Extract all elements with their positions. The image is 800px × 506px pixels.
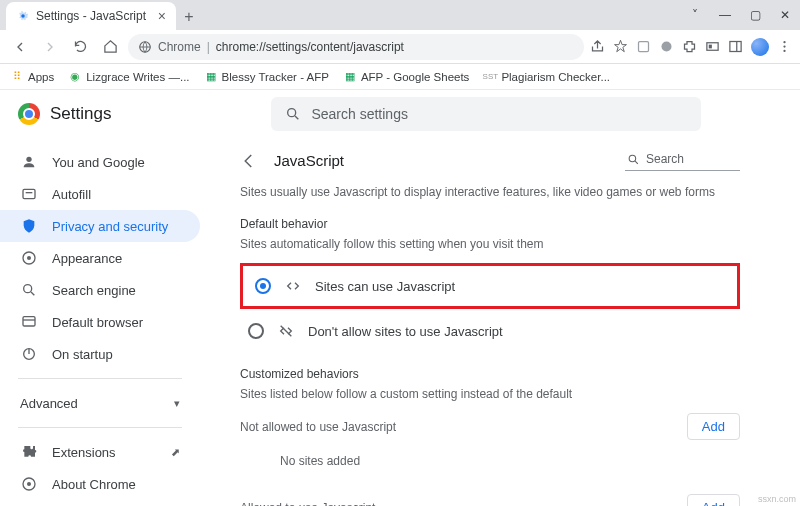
svg-rect-20: [23, 317, 35, 326]
site-info-icon[interactable]: [138, 40, 152, 54]
radio-checked-icon: [255, 278, 271, 294]
person-icon: [20, 154, 38, 170]
highlighted-option: Sites can use Javascript: [240, 263, 740, 309]
reload-button[interactable]: [68, 35, 92, 59]
chevron-down-icon: ▾: [174, 397, 180, 410]
url-scheme: Chrome: [158, 40, 201, 54]
puzzle-icon: [20, 444, 38, 460]
section-subtext: Sites automatically follow this setting …: [240, 237, 740, 251]
divider: [18, 427, 182, 428]
sidebar-item-you-and-google[interactable]: You and Google: [0, 146, 200, 178]
tab-title: Settings - JavaScript: [36, 9, 146, 23]
sidebar-item-advanced[interactable]: Advanced▾: [0, 387, 200, 419]
add-allowed-button[interactable]: Add: [687, 494, 740, 506]
sidebar-item-extensions[interactable]: Extensions⬈: [0, 436, 200, 468]
divider: [18, 378, 182, 379]
search-icon: [627, 153, 640, 166]
svg-rect-5: [709, 45, 712, 49]
back-arrow-button[interactable]: [240, 152, 258, 170]
radio-option-allow-js[interactable]: Sites can use Javascript: [247, 268, 733, 304]
minimize-button[interactable]: —: [710, 0, 740, 30]
section-heading: Customized behaviors: [240, 367, 740, 381]
external-link-icon: ⬈: [171, 446, 180, 459]
menu-dots-icon[interactable]: [777, 39, 792, 54]
svg-point-10: [783, 50, 785, 52]
sidebar-item-autofill[interactable]: Autofill: [0, 178, 200, 210]
side-panel-icon[interactable]: [728, 39, 743, 54]
reading-list-icon[interactable]: [705, 39, 720, 54]
local-search-input[interactable]: Search: [625, 150, 740, 171]
address-bar[interactable]: Chrome | chrome://settings/content/javas…: [128, 34, 584, 60]
settings-sidebar: You and Google Autofill Privacy and secu…: [0, 138, 200, 506]
browser-icon: [20, 314, 38, 330]
bookmark-item[interactable]: SSTPlagiarism Checker...: [483, 70, 610, 84]
bookmark-item[interactable]: ⠿Apps: [10, 70, 54, 84]
share-icon[interactable]: [590, 39, 605, 54]
code-icon: [285, 278, 301, 294]
chrome-icon: [20, 476, 38, 492]
description-text: Sites usually use Javascript to display …: [240, 185, 740, 199]
section-subtext: Sites listed below follow a custom setti…: [240, 387, 740, 401]
site-icon: ◉: [68, 70, 82, 84]
apps-icon: ⠿: [10, 70, 24, 84]
sidebar-item-default-browser[interactable]: Default browser: [0, 306, 200, 338]
settings-header: Settings Search settings: [0, 90, 800, 138]
svg-rect-4: [707, 43, 718, 51]
close-tab-icon[interactable]: ×: [158, 8, 166, 24]
svg-point-8: [783, 41, 785, 43]
svg-line-19: [31, 292, 34, 295]
svg-point-11: [288, 109, 296, 117]
add-not-allowed-button[interactable]: Add: [687, 413, 740, 440]
not-allowed-label: Not allowed to use Javascript: [240, 420, 396, 434]
svg-point-9: [783, 45, 785, 47]
radio-option-block-js[interactable]: Don't allow sites to use Javascript: [240, 313, 740, 349]
code-off-icon: [278, 323, 294, 339]
sidebar-item-appearance[interactable]: Appearance: [0, 242, 200, 274]
site-icon: SST: [483, 70, 497, 84]
extension-box-icon[interactable]: [636, 39, 651, 54]
bookmark-item[interactable]: ◉Lizgrace Writes —...: [68, 70, 189, 84]
content-title: JavaScript: [274, 152, 344, 169]
power-icon: [20, 346, 38, 362]
profile-avatar[interactable]: [751, 38, 769, 56]
svg-line-12: [295, 116, 298, 119]
home-button[interactable]: [98, 35, 122, 59]
radio-unchecked-icon: [248, 323, 264, 339]
page-title: Settings: [50, 104, 111, 124]
close-window-button[interactable]: ✕: [770, 0, 800, 30]
browser-toolbar: Chrome | chrome://settings/content/javas…: [0, 30, 800, 64]
new-tab-button[interactable]: +: [176, 4, 202, 30]
puzzle-icon[interactable]: [682, 39, 697, 54]
chrome-logo-icon: [18, 103, 40, 125]
bookmark-item[interactable]: ▦Blessy Tracker - AFP: [204, 70, 329, 84]
search-icon: [20, 282, 38, 298]
svg-point-3: [662, 42, 672, 52]
svg-rect-6: [730, 42, 741, 52]
svg-point-26: [629, 155, 636, 162]
svg-line-27: [635, 161, 638, 164]
back-button[interactable]: [8, 35, 32, 59]
svg-point-17: [27, 256, 31, 260]
autofill-icon: [20, 186, 38, 202]
bookmark-item[interactable]: ▦AFP - Google Sheets: [343, 70, 469, 84]
sidebar-item-about-chrome[interactable]: About Chrome: [0, 468, 200, 500]
gear-icon: [16, 9, 30, 23]
bookmarks-bar: ⠿Apps ◉Lizgrace Writes —... ▦Blessy Trac…: [0, 64, 800, 90]
stop-icon[interactable]: [659, 39, 674, 54]
allowed-label: Allowed to use Javascript: [240, 501, 375, 507]
palette-icon: [20, 250, 38, 266]
settings-content: JavaScript Search Sites usually use Java…: [200, 138, 800, 506]
chevron-down-icon[interactable]: ˅: [680, 0, 710, 30]
search-icon: [285, 106, 301, 122]
forward-button[interactable]: [38, 35, 62, 59]
sidebar-item-on-startup[interactable]: On startup: [0, 338, 200, 370]
sidebar-item-privacy-security[interactable]: Privacy and security: [0, 210, 200, 242]
sidebar-item-search-engine[interactable]: Search engine: [0, 274, 200, 306]
maximize-button[interactable]: ▢: [740, 0, 770, 30]
no-sites-text: No sites added: [240, 444, 740, 486]
watermark: ssxn.com: [758, 494, 796, 504]
browser-tab[interactable]: Settings - JavaScript ×: [6, 2, 176, 30]
bookmark-star-icon[interactable]: [613, 39, 628, 54]
settings-search-input[interactable]: Search settings: [271, 97, 701, 131]
window-titlebar: Settings - JavaScript × + ˅ — ▢ ✕: [0, 0, 800, 30]
